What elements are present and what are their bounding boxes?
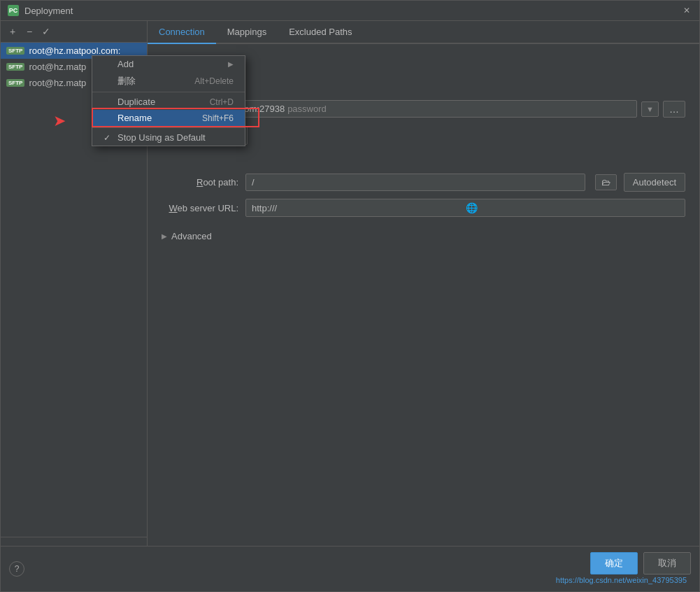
root-path-input[interactable]: / [245, 174, 585, 191]
help-button[interactable]: ? [9, 561, 24, 577]
web-server-value: http:/// [252, 203, 466, 213]
auth-dropdown[interactable]: ▼ [641, 101, 659, 117]
ctx-delete-label: 删除 [117, 75, 189, 87]
ctx-add[interactable]: Add ▶ [92, 56, 245, 72]
web-server-row: Web server URL: http:/// 🌐 [162, 199, 685, 217]
advanced-wrapper: ▶ Advanced [162, 228, 685, 244]
server-item-label: root@hz.matp [29, 62, 86, 72]
advanced-section[interactable]: ▶ Advanced [162, 228, 685, 244]
web-server-label: Web server URL: [162, 203, 238, 213]
app-icon: PC [8, 5, 19, 16]
sftp-badge: SFTP [6, 63, 24, 71]
title-bar: PC Deployment ✕ [1, 1, 699, 21]
window-controls: ✕ [681, 5, 692, 16]
check-icon: ✓ [103, 133, 112, 143]
tab-connection[interactable]: Connection [148, 21, 216, 44]
window-title: Deployment [24, 6, 676, 16]
ctx-stop-default[interactable]: ✓ Stop Using as Default [92, 129, 245, 146]
tab-excluded-paths[interactable]: Excluded Paths [278, 21, 363, 44]
close-button[interactable]: ✕ [681, 5, 692, 16]
tab-bar: Connection Mappings Excluded Paths [148, 21, 699, 44]
ctx-rename[interactable]: Rename Shift+F6 [92, 110, 245, 126]
tab-mappings[interactable]: Mappings [216, 21, 278, 44]
server-item-label: root@hz.matpool.com: [29, 45, 120, 56]
ctx-delete[interactable]: 删除 Alt+Delete [92, 72, 245, 90]
bottom-buttons: 确定 取消 [590, 552, 691, 575]
ctx-rename-shortcut: Shift+F6 [202, 113, 234, 123]
password-label: password [287, 104, 327, 114]
cancel-button[interactable]: 取消 [643, 552, 691, 575]
root-path-label-text: Root path: [197, 177, 238, 188]
globe-icon: 🌐 [466, 202, 680, 213]
autodetect-button[interactable]: Autodetect [624, 173, 685, 192]
ctx-stop-default-label: Stop Using as Default [117, 132, 234, 143]
root-path-label: Root path: [162, 177, 238, 188]
sidebar-bottom [1, 537, 147, 546]
remove-button[interactable]: − [22, 24, 37, 39]
server-item-label: root@hz.matp [29, 78, 86, 88]
web-server-input[interactable]: http:/// 🌐 [245, 199, 685, 217]
more-options-button[interactable]: … [663, 101, 685, 118]
ctx-separator [92, 127, 245, 128]
bottom-bar: ? 确定 取消 https://blog.csdn.net/weixin_437… [1, 546, 699, 591]
context-menu: Add ▶ 删除 Alt+Delete Duplicate Ctrl+D Ren… [92, 55, 245, 146]
submenu-arrow: ▶ [228, 60, 234, 68]
ctx-delete-shortcut: Alt+Delete [194, 76, 234, 86]
rename-arrow: ➤ [53, 112, 66, 130]
expand-icon: ▶ [162, 232, 167, 240]
ctx-duplicate[interactable]: Duplicate Ctrl+D [92, 94, 245, 110]
add-button[interactable]: + [5, 24, 20, 39]
ctx-duplicate-shortcut: Ctrl+D [210, 97, 234, 107]
root-path-row: Root path: / 🗁 Autodetect [162, 173, 685, 192]
ctx-duplicate-label: Duplicate [117, 97, 204, 107]
web-server-label-text: Web server URL: [169, 203, 238, 213]
ctx-rename-label: Rename [117, 113, 197, 123]
advanced-label: Advanced [171, 231, 212, 241]
check-button[interactable]: ✓ [38, 24, 54, 39]
ctx-separator [92, 92, 245, 92]
status-url: https://blog.csdn.net/weixin_43795395 [552, 575, 691, 586]
browse-folder-button[interactable]: 🗁 [595, 174, 617, 190]
server-toolbar: + − ✓ [1, 21, 147, 43]
bottom-right-wrapper: 确定 取消 https://blog.csdn.net/weixin_43795… [552, 552, 691, 586]
sftp-badge: SFTP [6, 47, 24, 55]
sftp-badge: SFTP [6, 79, 24, 87]
ctx-add-label: Add [117, 59, 222, 69]
confirm-button[interactable]: 确定 [590, 552, 638, 575]
bottom-left: ? [9, 561, 24, 577]
